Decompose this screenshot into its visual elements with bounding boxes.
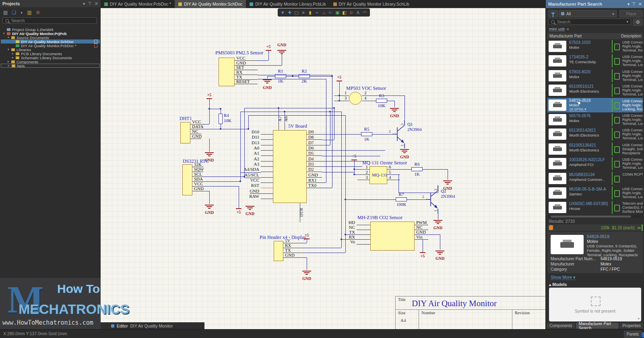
part-row[interactable]: 651005136421Wurth ElectronicsUSB Connect…: [547, 142, 643, 156]
panel-tab-manufacturer-part-search[interactable]: Manufacturer Part Search: [576, 323, 619, 329]
panel-tab-properties[interactable]: Properties: [619, 323, 644, 329]
part-row[interactable]: 1734035-2TE ConnectivityUSB ConnectoRigh…: [547, 54, 643, 68]
part-row-mpn[interactable]: 67503-1020: [569, 40, 590, 45]
tree-item[interactable]: ▾DIY Air Quality Monitor.PrjPcb: [1, 31, 100, 35]
part-row[interactable]: 65100516121Wurth ElectronicsUSB Connecto…: [547, 83, 643, 97]
search-tag[interactable]: mini usb ✕: [549, 27, 570, 32]
power-port-icon[interactable]: ⊥: [320, 9, 327, 16]
tree-item[interactable]: ▸PCB Library Documents: [1, 52, 100, 56]
part-row-mpn[interactable]: MUSB-05-S-B-SM-A: [569, 187, 606, 191]
scroll-down-icon[interactable]: ▾: [638, 317, 640, 321]
part-row-mpn[interactable]: MUSBB15134: [569, 172, 594, 177]
part-row-mpn[interactable]: 651305142821: [569, 128, 596, 133]
part-row-mpn[interactable]: 651005136421: [569, 143, 596, 147]
parameter-icon[interactable]: ⊢: [327, 9, 334, 16]
ds3231-pin-name: 32K: [194, 162, 202, 167]
scrollbar-thumb[interactable]: [551, 216, 631, 218]
tree-item[interactable]: Project Group 1.DsnWrk: [1, 27, 100, 31]
select-rect-icon[interactable]: ▢: [293, 9, 300, 16]
doc-tab-pcb[interactable]: DIY Air Quality Monitor.PcbDoc *: [101, 0, 175, 8]
panels-button[interactable]: Panels: [624, 331, 642, 338]
show-more-link[interactable]: Show More ▾: [551, 275, 575, 280]
part-row[interactable]: 67803-8020MolexUSB ConnectoRight Angle, …: [547, 68, 643, 83]
filter-button[interactable]: [548, 10, 558, 17]
tag-remove-icon[interactable]: ✕: [566, 27, 570, 31]
part-row-mpn[interactable]: UX60SC-MB-5ST(80): [569, 201, 608, 206]
part-row[interactable]: 10033526-N3212LFAmphenol FCIUSB Connecto…: [547, 156, 643, 171]
category-dropdown[interactable]: All ▾: [559, 10, 617, 17]
part-row-mpn[interactable]: 65100516121: [569, 84, 594, 89]
part-search-input[interactable]: Search ▾: [548, 19, 631, 25]
part-row[interactable]: 56579-0576MolexUSB ConnectoRight Angle, …: [547, 112, 643, 127]
tree-arrow-icon[interactable]: ▸: [8, 60, 11, 63]
place-part-icon[interactable]: ▮: [307, 9, 314, 16]
tree-item[interactable]: ▸Schematic Library Documents: [1, 56, 100, 60]
price-bar[interactable]: 120k $1.16 (each) ≫: [547, 224, 643, 231]
horizontal-scrollbar[interactable]: [547, 215, 643, 218]
align-icon[interactable]: ≡: [300, 9, 307, 16]
search-settings-button[interactable]: ⚙: [633, 19, 643, 26]
column-manufacturer-part[interactable]: Manufacturer Part: [547, 34, 582, 38]
wire: [250, 193, 262, 194]
tree-item[interactable]: DIY Air Quality Monitor.PcbDoc *: [1, 44, 100, 48]
resistor-R7[interactable]: [396, 197, 407, 201]
pms5003-body[interactable]: [219, 58, 235, 86]
panel-tab-components[interactable]: Components: [547, 323, 575, 329]
tree-arrow-icon[interactable]: ▸: [8, 64, 12, 67]
tree-item[interactable]: DIY Air Quality Monitor.SchDoc: [1, 39, 100, 44]
resistor-R3[interactable]: [376, 99, 387, 103]
resistor-R6[interactable]: [411, 167, 423, 171]
column-description[interactable]: Description: [621, 34, 643, 38]
part-row-mpn[interactable]: 1734035-2: [569, 55, 588, 59]
part-row-mpn[interactable]: 56579-0576: [569, 114, 590, 118]
tree-item[interactable]: ▾Libraries: [1, 48, 100, 52]
mp503-body[interactable]: [349, 92, 362, 105]
ds3231-body[interactable]: [182, 164, 192, 195]
header4-body[interactable]: [274, 241, 283, 261]
resistor-R4[interactable]: [219, 114, 223, 124]
part-row[interactable]: 54819-0519Molex19 SPNs ▾USB ConnectoRigh…: [547, 98, 643, 112]
folder-icon: [16, 52, 19, 55]
place-wire-icon[interactable]: ≈: [314, 9, 320, 16]
close-icon[interactable]: ✕: [638, 2, 642, 7]
part-row-spns[interactable]: 19 SPNs ▾: [569, 107, 586, 112]
doc-tab-schlib[interactable]: DIY Air Quality Monitor Library.SchLib: [330, 0, 413, 8]
place-sheet-icon[interactable]: ▣: [334, 9, 341, 16]
text-icon[interactable]: A: [355, 9, 361, 16]
part-row[interactable]: UX60SC-MB-5ST(80)HiroseTelecom and DCont…: [547, 200, 643, 215]
tree-arrow-icon[interactable]: ▾: [3, 32, 7, 35]
tree-arrow-icon[interactable]: ▾: [8, 36, 11, 39]
net-label-icon[interactable]: ◧: [341, 9, 348, 16]
arc-icon[interactable]: ◠: [361, 9, 368, 16]
part-row-mpn[interactable]: 67803-8020: [569, 70, 590, 74]
board5v-body[interactable]: [273, 130, 307, 203]
mhz19b-body[interactable]: [370, 222, 415, 251]
tree-arrow-icon[interactable]: ▸: [12, 52, 16, 55]
models-section-header[interactable]: ▴ Models: [549, 282, 567, 287]
panel-menu-icon[interactable]: ▾: [627, 2, 630, 7]
part-row[interactable]: MUSB-05-S-B-SM-ASamtecUSB ConnectoRight …: [547, 186, 643, 200]
transistor-Q1[interactable]: [392, 119, 407, 149]
tree-item[interactable]: ▸Components: [1, 60, 100, 64]
tree-arrow-icon[interactable]: ▾: [8, 48, 11, 51]
tree-item[interactable]: ▸Nets: [1, 64, 100, 68]
tree-arrow-icon[interactable]: ▸: [12, 56, 16, 59]
doc-tab-pcblib[interactable]: DIY Air Quality Monitor Library.PcbLib: [246, 0, 329, 8]
part-row-mpn[interactable]: 10033526-N3212LF: [569, 158, 605, 162]
place-button[interactable]: Place: [619, 10, 643, 17]
pin-icon[interactable]: ⊤: [632, 2, 636, 7]
dht1-body[interactable]: [180, 122, 190, 143]
part-row[interactable]: MUSBB15134Amphenol Commer...CONN RCPT U: [547, 171, 643, 186]
part-row[interactable]: 67503-1020MolexUSB ConnectoRight Angle, …: [547, 39, 643, 54]
doc-tab-sch[interactable]: DIY Air Quality Monitor.SchDoc: [175, 0, 246, 8]
part-row[interactable]: 651305142821Wurth ElectronicsUSB Connect…: [547, 127, 643, 141]
detail-mpn-link[interactable]: 54819-0519: [587, 234, 609, 239]
move-icon[interactable]: ✚: [286, 9, 293, 16]
resistor-R5[interactable]: [361, 132, 372, 136]
editor-mode-tab[interactable]: Editor: [117, 323, 128, 328]
filter-icon[interactable]: ▼: [279, 9, 286, 16]
expand-prices-icon[interactable]: ≫: [637, 226, 641, 230]
no-erc-icon[interactable]: ⊘: [348, 9, 355, 16]
schematic-canvas[interactable]: PMS5003 PM2.5 SensorVCCGNDSETRXTXRESETDH…: [101, 8, 545, 329]
tree-item[interactable]: ▾Source Documents: [1, 35, 100, 39]
